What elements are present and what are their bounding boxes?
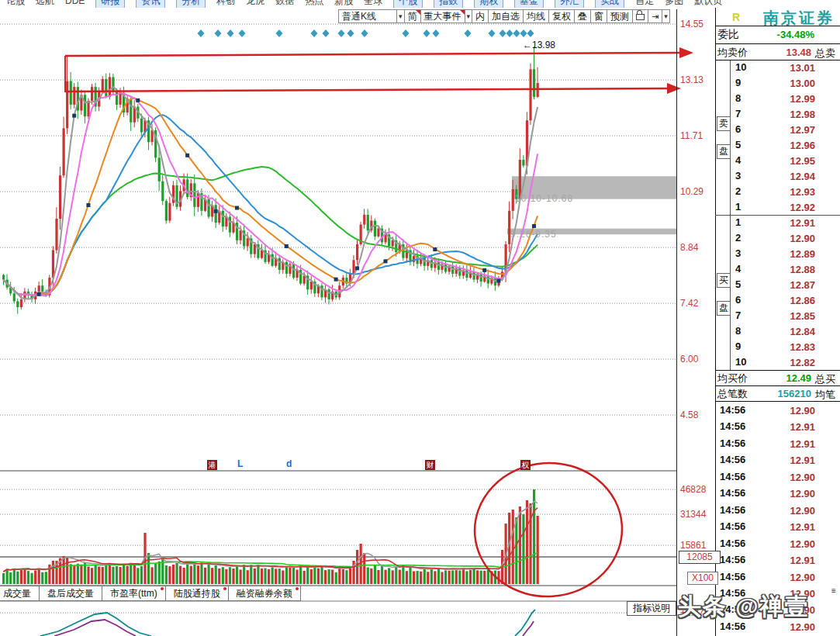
sell-price[interactable]: 12.99 xyxy=(790,93,815,105)
price-axis-label: 8.84 xyxy=(680,242,716,253)
sell-row[interactable]: 112.92 xyxy=(715,201,840,216)
tab-陆股通持股[interactable]: 陆股通持股 xyxy=(165,586,229,601)
sell-price[interactable]: 12.95 xyxy=(790,155,815,167)
buy-price[interactable]: 12.91 xyxy=(790,217,815,229)
buy-row[interactable]: 312.89 xyxy=(715,247,840,263)
sell-row[interactable]: 612.97 xyxy=(715,123,840,139)
buy-row[interactable]: 912.83 xyxy=(715,340,840,356)
tick-row: 14:5612.91 xyxy=(715,437,840,454)
sell-side-label: 卖 xyxy=(717,116,731,131)
volume-unit-box: X100 xyxy=(687,572,718,585)
event-flag-L[interactable]: L xyxy=(237,459,243,469)
sell-row[interactable]: 1013.01 xyxy=(715,61,840,77)
list-scroll-grip[interactable]: ≡ xyxy=(831,586,836,595)
tick-row: 14:5612.90 xyxy=(715,571,840,587)
tick-price: 12.91 xyxy=(790,555,815,566)
sell-level: 9 xyxy=(735,77,741,88)
sell-price[interactable]: 13.00 xyxy=(790,78,815,89)
event-flag-权[interactable]: 权 xyxy=(520,460,531,470)
new-dot-icon xyxy=(223,587,226,590)
sell-row[interactable]: 812.99 xyxy=(715,92,840,108)
event-flag-港[interactable]: 港 xyxy=(207,460,217,470)
buy-row[interactable]: 412.88 xyxy=(715,263,840,278)
sell-price[interactable]: 12.94 xyxy=(790,171,815,182)
resistance-zone2-label: 9.26-9.35 xyxy=(510,229,557,240)
sell-price[interactable]: 12.96 xyxy=(790,140,815,151)
buy-price[interactable]: 12.84 xyxy=(790,326,815,337)
tab-盘后成交量[interactable]: 盘后成交量 xyxy=(39,586,102,601)
sell-price[interactable]: 12.97 xyxy=(790,124,815,136)
tick-price: 12.90 xyxy=(790,505,815,517)
indicator-help-button[interactable]: 指标说明 xyxy=(627,601,676,616)
buy-row[interactable]: 712.85 xyxy=(715,309,840,325)
total-count-row: 总笔数 156210 均笔 xyxy=(715,387,840,402)
tick-time: 14:56 xyxy=(720,404,745,416)
buy-price[interactable]: 12.88 xyxy=(790,264,815,275)
event-flag-财[interactable]: 财 xyxy=(425,460,435,470)
price-axis-label: 7.42 xyxy=(680,298,716,309)
new-dot-icon xyxy=(296,587,299,590)
sell-row[interactable]: 212.93 xyxy=(715,185,840,201)
tick-price: 12.90 xyxy=(790,472,815,483)
buy-row[interactable]: 612.86 xyxy=(715,294,840,309)
buy-price[interactable]: 12.85 xyxy=(790,310,815,322)
sell-price[interactable]: 12.92 xyxy=(790,202,815,213)
buy-row[interactable]: 212.90 xyxy=(715,232,840,247)
tab-市盈率(ttm)[interactable]: 市盈率(ttm) xyxy=(102,586,166,601)
sell-row[interactable]: 312.94 xyxy=(715,170,840,185)
tick-row: 14:5612.91 xyxy=(715,454,840,470)
event-flag-d[interactable]: d xyxy=(286,459,292,469)
avg-count-label: 均笔 xyxy=(815,388,835,402)
sell-level: 2 xyxy=(735,185,741,197)
buy-price[interactable]: 12.82 xyxy=(790,357,815,368)
price-axis-label: 13.13 xyxy=(680,74,716,85)
weibi-label: 委比 xyxy=(717,28,739,42)
new-dot-icon xyxy=(161,587,164,590)
sell-price[interactable]: 12.98 xyxy=(790,109,815,120)
tick-row: 14:5612.90 xyxy=(715,404,840,420)
tab-融资融券余额[interactable]: 融资融券余额 xyxy=(228,586,301,601)
price-axis-label: 10.29 xyxy=(680,186,716,197)
buy-level: 7 xyxy=(735,309,741,321)
buy-price[interactable]: 12.87 xyxy=(790,279,815,291)
sell-price[interactable]: 13.01 xyxy=(790,62,815,74)
volume-current-box: 12085 xyxy=(679,551,721,564)
price-axis-label: 6.00 xyxy=(680,354,716,365)
buy-price[interactable]: 12.90 xyxy=(790,233,815,244)
buy-price[interactable]: 12.89 xyxy=(790,248,815,260)
tick-time: 14:56 xyxy=(720,471,745,482)
watermark: 头条 @禅壹 xyxy=(678,591,810,623)
sell-price[interactable]: 12.93 xyxy=(790,186,815,198)
tick-time: 14:56 xyxy=(720,454,745,465)
buy-row[interactable]: 112.91 xyxy=(715,216,840,232)
buy-row[interactable]: 512.87 xyxy=(715,278,840,294)
sell-row[interactable]: 712.98 xyxy=(715,108,840,123)
sell-row[interactable]: 512.96 xyxy=(715,139,840,154)
sell-row[interactable]: 913.00 xyxy=(715,77,840,92)
avg-sell-row: 均卖价 13.48 总卖 xyxy=(715,46,840,61)
axis-divider xyxy=(676,9,677,636)
tick-time: 14:56 xyxy=(720,504,745,516)
high-price-label: ←13.98 xyxy=(523,40,555,50)
tick-time: 14:56 xyxy=(720,520,745,532)
total-count-label: 总笔数 xyxy=(717,387,748,401)
buy-level: 6 xyxy=(735,294,741,306)
avg-buy-label: 均买价 xyxy=(717,372,748,385)
avg-buy-row: 均买价 12.49 总买 xyxy=(715,372,840,386)
tick-time: 14:56 xyxy=(720,554,745,565)
buy-level: 1 xyxy=(735,216,741,228)
sell-level: 7 xyxy=(735,108,741,119)
r-badge: R xyxy=(732,11,740,23)
sell-level: 3 xyxy=(735,170,741,181)
buy-row[interactable]: 812.84 xyxy=(715,325,840,340)
tick-price: 12.91 xyxy=(790,455,815,466)
buy-price[interactable]: 12.86 xyxy=(790,295,815,306)
sell-row[interactable]: 412.95 xyxy=(715,154,840,170)
buy-price[interactable]: 12.83 xyxy=(790,341,815,353)
tab-成交量[interactable]: 成交量 xyxy=(0,586,40,601)
buy-row[interactable]: 1012.82 xyxy=(715,356,840,372)
tick-price: 12.91 xyxy=(790,521,815,533)
tick-time: 14:56 xyxy=(720,420,745,432)
tick-time: 14:56 xyxy=(720,571,745,582)
tick-price: 12.90 xyxy=(790,488,815,499)
